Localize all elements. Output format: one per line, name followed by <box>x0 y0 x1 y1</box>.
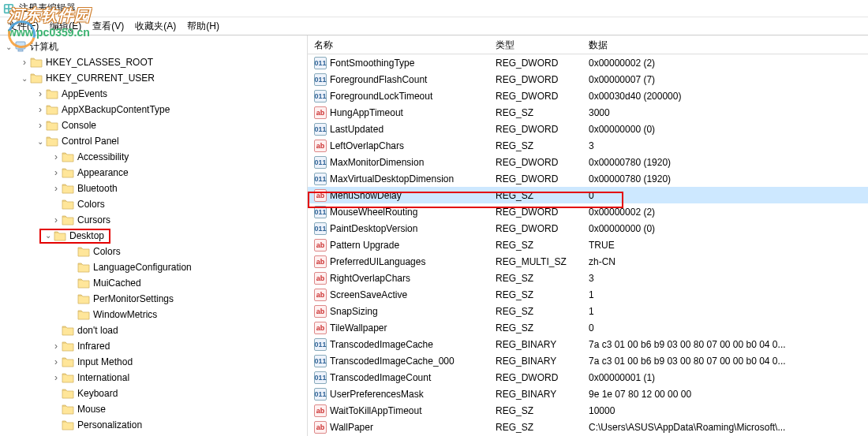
value-data: TRUE <box>582 240 868 251</box>
binary-icon: 011 <box>314 355 327 367</box>
value-name: MouseWheelRouting <box>330 207 417 218</box>
value-data: 9e 1e 07 80 12 00 00 00 <box>582 389 868 400</box>
binary-icon: 011 <box>314 57 327 69</box>
tree-computer[interactable]: 计算机 <box>0 39 307 54</box>
tree-dontload[interactable]: don't load <box>0 322 307 338</box>
tree-pane[interactable]: 计算机 HKEY_CLASSES_ROOT HKEY_CURRENT_USER … <box>0 35 308 436</box>
value-type: REG_DWORD <box>489 91 582 102</box>
tree-colors[interactable]: Colors <box>0 196 307 212</box>
tree-bluetooth[interactable]: Bluetooth <box>0 181 307 196</box>
list-row[interactable]: abSnapSizingREG_SZ1 <box>308 303 868 319</box>
value-data: 1 <box>582 289 868 300</box>
tree-appearance[interactable]: Appearance <box>0 165 307 181</box>
list-row[interactable]: abHungAppTimeoutREG_SZ3000 <box>308 104 868 121</box>
list-row[interactable]: abLeftOverlapCharsREG_SZ3 <box>308 137 868 154</box>
value-data: 3 <box>582 273 868 284</box>
binary-icon: 011 <box>314 222 327 235</box>
tree-desktop[interactable]: Desktop <box>0 228 307 244</box>
tree-controlpanel[interactable]: Control Panel <box>0 133 307 149</box>
value-name: Pattern Upgrade <box>330 240 399 251</box>
value-data: 0x00000000 (0) <box>582 223 868 234</box>
tree-appx[interactable]: AppXBackupContentType <box>0 102 307 117</box>
col-header-name[interactable]: 名称 <box>308 35 489 54</box>
list-row[interactable]: 011LastUpdatedREG_DWORD0x00000000 (0) <box>308 121 868 137</box>
list-row[interactable]: 011ForegroundLockTimeoutREG_DWORD0x00030… <box>308 88 868 104</box>
binary-icon: 011 <box>314 73 327 86</box>
tree-inputmethod[interactable]: Input Method <box>0 354 307 370</box>
value-type: REG_SZ <box>489 289 582 300</box>
list-row[interactable]: 011TranscodedImageCache_000REG_BINARY7a … <box>308 352 868 369</box>
list-row[interactable]: 011TranscodedImageCacheREG_BINARY7a c3 0… <box>308 336 868 352</box>
value-name: WallPaper <box>330 422 373 433</box>
tree-hkcr[interactable]: HKEY_CLASSES_ROOT <box>0 54 307 70</box>
value-name: SnapSizing <box>330 306 378 317</box>
folder-icon <box>30 73 43 84</box>
binary-icon: 011 <box>314 90 327 102</box>
menu-view[interactable]: 查看(V) <box>88 18 129 35</box>
menu-fav[interactable]: 收藏夹(A) <box>130 18 181 35</box>
list-row[interactable]: abWaitToKillAppTimeoutREG_SZ10000 <box>308 402 868 419</box>
list-row[interactable]: abPattern UpgradeREG_SZTRUE <box>308 237 868 253</box>
list-row[interactable]: 011FontSmoothingTypeREG_DWORD0x00000002 … <box>308 54 868 71</box>
value-data: 1 <box>582 306 868 317</box>
tree-accessibility[interactable]: Accessibility <box>0 149 307 165</box>
tree-console[interactable]: Console <box>0 117 307 133</box>
value-name: UserPreferencesMask <box>330 389 424 400</box>
value-type: REG_SZ <box>489 190 582 201</box>
tree-infrared[interactable]: Infrared <box>0 338 307 354</box>
tree-muicached[interactable]: MuiCached <box>0 275 307 291</box>
col-header-data[interactable]: 数据 <box>582 35 868 54</box>
folder-icon <box>54 230 66 241</box>
list-row[interactable]: 011UserPreferencesMaskREG_BINARY9e 1e 07… <box>308 386 868 402</box>
tree-cursors[interactable]: Cursors <box>0 212 307 228</box>
list-row[interactable]: abRightOverlapCharsREG_SZ3 <box>308 270 868 286</box>
binary-icon: 011 <box>314 371 327 384</box>
list-row[interactable]: 011PaintDesktopVersionREG_DWORD0x0000000… <box>308 220 868 237</box>
list-row[interactable]: 011ForegroundFlashCountREG_DWORD0x000000… <box>308 71 868 88</box>
value-name: ForegroundFlashCount <box>330 74 427 85</box>
tree-langconf[interactable]: LanguageConfiguration <box>0 259 307 275</box>
list-row[interactable]: abScreenSaveActiveREG_SZ1 <box>308 286 868 303</box>
list-pane[interactable]: 名称 类型 数据 011FontSmoothingTypeREG_DWORD0x… <box>308 35 868 436</box>
svg-rect-5 <box>6 9 9 12</box>
list-row[interactable]: abMenuShowDelayREG_SZ0 <box>308 187 868 203</box>
value-name: MaxVirtualDesktopDimension <box>330 173 454 184</box>
menu-help[interactable]: 帮助(H) <box>182 18 224 35</box>
folder-icon <box>46 136 58 147</box>
list-row[interactable]: 011TranscodedImageCountREG_DWORD0x000000… <box>308 369 868 386</box>
tree-colors2[interactable]: Colors <box>0 244 307 259</box>
menu-file[interactable]: 文件(F) <box>3 18 43 35</box>
svg-rect-4 <box>9 5 13 8</box>
list-row[interactable]: 011MaxMonitorDimensionREG_DWORD0x0000078… <box>308 154 868 170</box>
value-type: REG_BINARY <box>489 339 582 350</box>
tree-permon[interactable]: PerMonitorSettings <box>0 291 307 307</box>
tree-mouse[interactable]: Mouse <box>0 401 307 417</box>
tree-winmetrics[interactable]: WindowMetrics <box>0 307 307 322</box>
list-row[interactable]: abTileWallpaperREG_SZ0 <box>308 319 868 336</box>
value-name: MaxMonitorDimension <box>330 157 424 168</box>
binary-icon: 011 <box>314 156 327 169</box>
tree-keyboard[interactable]: Keyboard <box>0 386 307 401</box>
list-row[interactable]: abWallPaperREG_SZC:\Users\ASUS\AppData\R… <box>308 419 868 435</box>
list-row[interactable]: 011MouseWheelRoutingREG_DWORD0x00000002 … <box>308 203 868 220</box>
value-name: MenuShowDelay <box>330 190 402 201</box>
tree-appevents[interactable]: AppEvents <box>0 86 307 102</box>
string-icon: ab <box>314 239 327 252</box>
menu-edit[interactable]: 编辑(E) <box>45 18 86 35</box>
col-header-type[interactable]: 类型 <box>489 35 582 54</box>
list-row[interactable]: 011MaxVirtualDesktopDimensionREG_DWORD0x… <box>308 170 868 187</box>
window-title: 注册表编辑器 <box>19 2 76 15</box>
string-icon: ab <box>314 289 327 301</box>
tree-pers[interactable]: Personalization <box>0 417 307 433</box>
folder-icon <box>62 199 74 210</box>
folder-icon <box>77 262 90 273</box>
value-type: REG_DWORD <box>489 173 582 184</box>
value-type: REG_SZ <box>489 322 582 334</box>
value-data: 0x00000002 (2) <box>582 207 868 218</box>
tree-hkcu[interactable]: HKEY_CURRENT_USER <box>0 70 307 86</box>
folder-icon <box>46 88 58 99</box>
svg-rect-6 <box>9 9 13 12</box>
list-row[interactable]: abPreferredUILanguagesREG_MULTI_SZzh-CN <box>308 253 868 270</box>
tree-intl[interactable]: International <box>0 370 307 386</box>
value-name: PaintDesktopVersion <box>330 223 417 234</box>
